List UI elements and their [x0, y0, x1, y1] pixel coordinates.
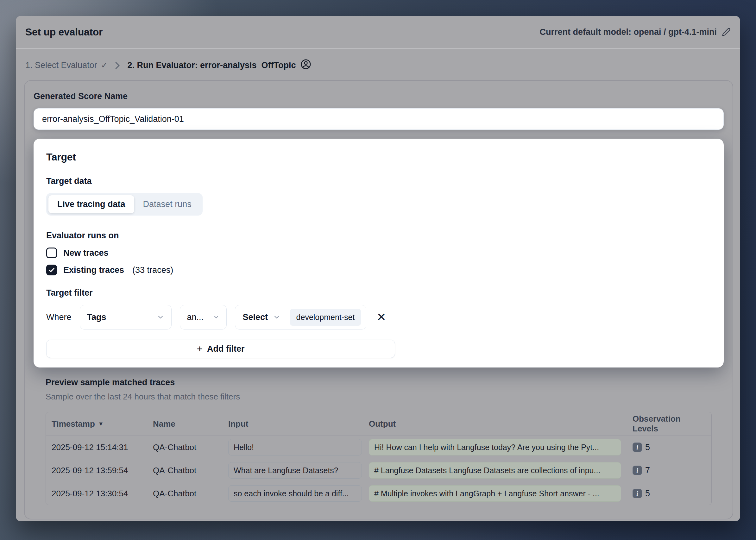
where-label: Where: [46, 313, 72, 322]
col-input[interactable]: Input: [228, 419, 369, 429]
user-circle-icon: [300, 59, 311, 72]
evaluator-config-panel: Generated Score Name Target Target data …: [24, 80, 733, 519]
observation-count: 7: [645, 466, 650, 475]
default-model-label: Current default model: openai / gpt-4.1-…: [539, 27, 717, 37]
breadcrumb-step2-label: 2. Run Evaluator: error-analysis_OffTopi…: [127, 61, 296, 70]
runs-on-label: Evaluator runs on: [46, 231, 711, 240]
cell-input-chip[interactable]: so each invoke should be a diff...: [228, 485, 362, 502]
preview-section: Preview sample matched traces Sample ove…: [34, 367, 724, 505]
chevron-right-icon: [114, 62, 121, 69]
filter-column-value: Tags: [87, 313, 106, 322]
filter-value-chip[interactable]: development-set: [290, 309, 361, 326]
trace-table: Timestamp ▼ Name Input Output Observatio…: [46, 412, 712, 505]
cell-name: QA-Chatbot: [153, 466, 228, 475]
preview-title: Preview sample matched traces: [46, 378, 712, 387]
target-filter-label: Target filter: [46, 288, 711, 298]
cell-name: QA-Chatbot: [153, 443, 228, 452]
breadcrumb-step1-label: 1. Select Evaluator: [25, 61, 97, 70]
table-row[interactable]: 2025-09-12 13:30:54 QA-Chatbot so each i…: [46, 482, 711, 505]
chevron-down-icon: [157, 313, 164, 321]
table-row[interactable]: 2025-09-12 13:59:54 QA-Chatbot What are …: [46, 459, 711, 482]
col-name[interactable]: Name: [153, 419, 228, 429]
info-badge-icon: i: [633, 443, 642, 452]
breadcrumb-step2: 2. Run Evaluator: error-analysis_OffTopi…: [127, 59, 311, 72]
cell-output-chip[interactable]: Hi! How can I help with Langfuse today? …: [369, 439, 621, 456]
page-title: Set up evaluator: [25, 26, 102, 38]
filter-row: Where Tags an... Select development-set …: [46, 305, 711, 330]
breadcrumb: 1. Select Evaluator ✓ 2. Run Evaluator: …: [16, 49, 740, 72]
chevron-down-icon: [213, 314, 220, 320]
filter-operator-value: an...: [187, 313, 204, 322]
plus-icon: +: [197, 343, 203, 355]
table-row[interactable]: 2025-09-12 15:14:31 QA-Chatbot Hello! Hi…: [46, 436, 711, 459]
existing-traces-checkbox[interactable]: [46, 265, 57, 275]
target-card: Target Target data Live tracing data Dat…: [34, 139, 724, 367]
new-traces-label: New traces: [63, 248, 108, 258]
col-timestamp[interactable]: Timestamp ▼: [52, 419, 153, 429]
cell-input-chip[interactable]: Hello!: [228, 439, 362, 456]
add-filter-button[interactable]: + Add filter: [46, 339, 395, 358]
cell-observation-levels: i 5: [633, 443, 706, 452]
check-icon: ✓: [101, 61, 108, 70]
col-timestamp-label: Timestamp: [52, 419, 95, 429]
divider: [284, 310, 284, 325]
breadcrumb-step1[interactable]: 1. Select Evaluator ✓: [25, 61, 108, 70]
new-traces-row: New traces: [46, 247, 711, 258]
cell-output-chip[interactable]: # Langfuse Datasets Langfuse Datasets ar…: [369, 462, 621, 478]
add-filter-label: Add filter: [207, 344, 245, 354]
cell-observation-levels: i 7: [633, 466, 706, 475]
observation-count: 5: [645, 443, 650, 452]
filter-value-select[interactable]: Select development-set: [235, 305, 367, 330]
cell-timestamp: 2025-09-12 13:59:54: [52, 466, 153, 475]
setup-evaluator-dialog: Set up evaluator Current default model: …: [16, 16, 740, 521]
cell-output-chip[interactable]: # Multiple invokes with LangGraph + Lang…: [369, 485, 621, 502]
cell-input-chip[interactable]: What are Langfuse Datasets?: [228, 462, 362, 478]
new-traces-checkbox[interactable]: [46, 247, 57, 258]
info-badge-icon: i: [633, 466, 642, 475]
cell-observation-levels: i 5: [633, 489, 706, 498]
cell-timestamp: 2025-09-12 15:14:31: [52, 443, 153, 452]
filter-value-placeholder: Select: [243, 313, 268, 322]
observation-count: 5: [645, 489, 650, 498]
remove-filter-button[interactable]: ✕: [375, 312, 388, 323]
table-body: 2025-09-12 15:14:31 QA-Chatbot Hello! Hi…: [46, 436, 711, 505]
filter-column-select[interactable]: Tags: [80, 305, 172, 330]
edit-pencil-icon[interactable]: [722, 28, 731, 36]
chevron-down-icon: [273, 313, 280, 321]
col-output[interactable]: Output: [369, 419, 633, 429]
target-title: Target: [46, 151, 711, 163]
existing-traces-row: Existing traces (33 traces): [46, 265, 711, 275]
cell-name: QA-Chatbot: [153, 489, 228, 498]
target-data-label: Target data: [46, 176, 711, 186]
preview-subtitle: Sample over the last 24 hours that match…: [46, 392, 712, 402]
existing-traces-label: Existing traces: [63, 265, 124, 275]
tab-live-tracing-data[interactable]: Live tracing data: [49, 195, 134, 213]
target-data-tabs: Live tracing data Dataset runs: [46, 193, 203, 215]
table-header-row: Timestamp ▼ Name Input Output Observatio…: [46, 412, 711, 436]
dialog-header: Set up evaluator Current default model: …: [16, 16, 740, 49]
info-badge-icon: i: [633, 489, 642, 498]
score-name-input[interactable]: [34, 108, 724, 130]
existing-traces-count: (33 traces): [132, 265, 173, 275]
tab-dataset-runs[interactable]: Dataset runs: [134, 195, 201, 213]
cell-timestamp: 2025-09-12 13:30:54: [52, 489, 153, 498]
sort-desc-icon: ▼: [98, 421, 104, 427]
col-observation-levels[interactable]: Observation Levels: [633, 414, 706, 434]
score-name-label: Generated Score Name: [34, 91, 724, 101]
filter-operator-select[interactable]: an...: [180, 305, 227, 330]
default-model-control[interactable]: Current default model: openai / gpt-4.1-…: [539, 27, 731, 37]
